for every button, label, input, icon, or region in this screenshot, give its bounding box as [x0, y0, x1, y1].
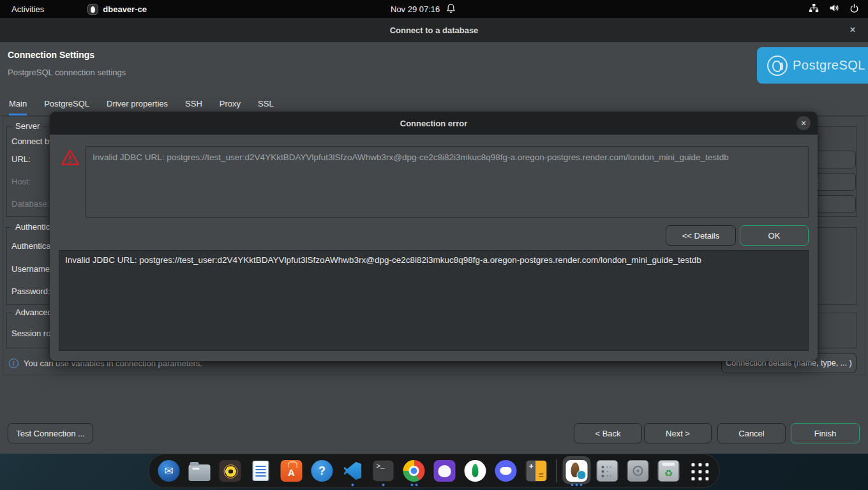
test-connection-button[interactable]: Test Connection ... [8, 423, 93, 443]
mongodb-compass-icon [465, 460, 486, 482]
window-close-button[interactable]: × [846, 24, 859, 36]
dbeaver-icon [566, 460, 588, 482]
username-label: Username: [11, 264, 52, 274]
running-indicator-dots [371, 484, 396, 486]
app-list-icon[interactable] [595, 455, 620, 487]
running-indicator-dots [341, 484, 365, 486]
error-dialog-title: Connection error [400, 119, 467, 128]
terminal-icon[interactable] [371, 455, 396, 487]
server-group-legend: Server [12, 121, 43, 131]
clock-menu[interactable]: Nov 29 07:16 [391, 3, 456, 15]
libreoffice-writer-icon [253, 461, 269, 481]
github-desktop-icon [434, 460, 456, 482]
details-toggle-button[interactable]: << Details [666, 225, 736, 246]
dock [149, 454, 720, 488]
postgresql-logo-badge: PostgreSQL [757, 47, 868, 84]
page-title: Connection Settings [8, 50, 94, 60]
rhythmbox-icon [220, 460, 241, 482]
chrome-icon [403, 460, 425, 482]
finish-button[interactable]: Finish [791, 423, 860, 443]
database-label: Database: [11, 199, 49, 209]
host-label: Host: [11, 177, 31, 186]
info-icon: i [9, 359, 19, 368]
trash-icon [658, 460, 680, 482]
calculator-icon [526, 460, 548, 482]
thunderbird-icon[interactable] [157, 455, 181, 487]
power-icon [849, 3, 859, 15]
window-titlebar[interactable]: Connect to a database × [0, 18, 868, 42]
help-icon[interactable] [310, 455, 334, 487]
disks-icon [627, 460, 649, 482]
rhythmbox-icon[interactable] [218, 455, 243, 487]
system-status-area[interactable] [809, 3, 859, 15]
focused-app-indicator[interactable]: dbeaver-ce [87, 4, 147, 15]
libreoffice-writer-icon[interactable] [249, 455, 273, 487]
network-icon [809, 3, 819, 15]
connection-error-dialog: Connection error × Invalid JDBC URL: pos… [50, 112, 818, 361]
github-desktop-icon[interactable] [433, 455, 457, 487]
next-button[interactable]: Next > [644, 423, 712, 443]
discord-icon[interactable] [494, 455, 518, 487]
error-message-box: Invalid JDBC URL: postgres://test_user:d… [86, 146, 809, 218]
chrome-icon[interactable] [402, 455, 426, 487]
volume-icon [829, 3, 839, 15]
advanced-group-legend: Advanced [12, 308, 56, 317]
system-top-bar: Activities dbeaver-ce Nov 29 07:16 [0, 0, 868, 18]
tab-main[interactable]: Main [9, 91, 27, 115]
vscode-icon [342, 460, 364, 482]
dbeaver-app-icon [87, 4, 98, 15]
discord-icon [495, 460, 517, 482]
app-grid-icon [689, 460, 710, 482]
connect-by-label: Connect by: [11, 137, 56, 146]
error-warning-icon [61, 148, 80, 167]
error-dialog-titlebar[interactable]: Connection error × [50, 112, 818, 135]
cancel-button[interactable]: Cancel [717, 423, 786, 443]
clock-label: Nov 29 07:16 [391, 4, 440, 14]
postgresql-logo-text: PostgreSQL [793, 58, 865, 73]
running-indicator-dots [402, 484, 426, 486]
app-list-icon [597, 460, 618, 482]
error-details-area[interactable]: Invalid JDBC URL: postgres://test_user:d… [59, 250, 809, 351]
files-icon[interactable] [188, 455, 212, 487]
mongodb-compass-icon[interactable] [463, 455, 488, 487]
vscode-icon[interactable] [341, 455, 365, 487]
activities-button[interactable]: Activities [11, 4, 44, 14]
ubuntu-software-icon[interactable] [280, 455, 304, 487]
page-subtitle: PostgreSQL connection settings [8, 68, 126, 77]
running-indicator-dots [565, 484, 589, 486]
dbeaver-icon[interactable] [565, 455, 589, 487]
notification-bell-icon [446, 3, 456, 15]
ubuntu-software-icon [281, 460, 303, 482]
focused-app-name: dbeaver-ce [103, 4, 147, 14]
thunderbird-icon [158, 460, 180, 482]
disks-icon[interactable] [626, 455, 650, 487]
terminal-icon [373, 460, 394, 482]
url-label: URL: [11, 154, 31, 164]
trash-icon[interactable] [657, 455, 681, 487]
postgresql-elephant-icon [767, 56, 788, 76]
ok-button[interactable]: OK [740, 225, 809, 246]
connection-settings-header: Connection Settings PostgreSQL connectio… [0, 42, 868, 91]
error-dialog-close-button[interactable]: × [797, 116, 811, 130]
help-icon [311, 460, 333, 482]
calculator-icon[interactable] [525, 455, 549, 487]
window-title: Connect to a database [390, 26, 479, 35]
dock-separator [557, 459, 557, 482]
password-label: Password: [11, 286, 50, 296]
back-button[interactable]: < Back [574, 423, 642, 443]
app-grid-icon[interactable] [687, 455, 712, 487]
files-icon [189, 464, 211, 481]
